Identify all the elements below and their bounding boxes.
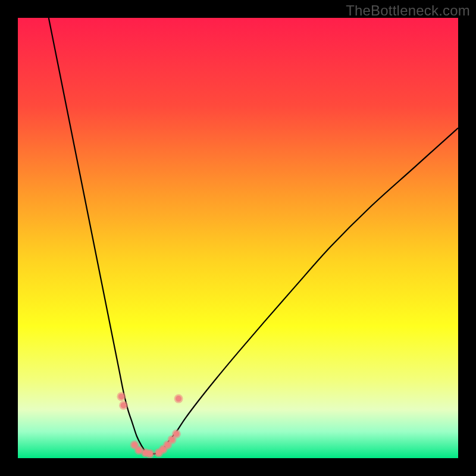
- marker-dot-core: [121, 402, 127, 408]
- watermark-text: TheBottleneck.com: [346, 2, 470, 19]
- marker-dot-core: [176, 396, 181, 402]
- chart-frame: TheBottleneck.com: [0, 0, 476, 476]
- chart-background: [18, 18, 458, 458]
- chart-svg: [18, 18, 458, 458]
- plot-area: [18, 18, 458, 458]
- marker-dot-core: [173, 431, 179, 437]
- marker-dot-core: [136, 447, 142, 453]
- marker-dot-core: [147, 451, 153, 457]
- marker-dot-core: [118, 393, 124, 399]
